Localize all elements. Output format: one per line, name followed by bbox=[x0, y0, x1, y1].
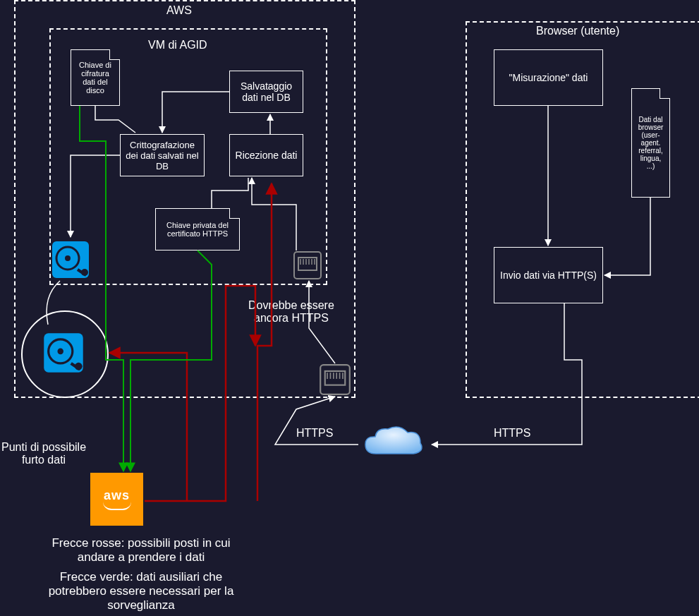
aws-smile-icon bbox=[103, 502, 131, 510]
disk-key-note: Chiave di cifratura dati del disco bbox=[71, 49, 120, 106]
encrypt-box: Crittografazione dei dati salvati nel DB bbox=[120, 134, 205, 176]
svg-point-3 bbox=[81, 269, 88, 276]
send-box: Invio dati via HTTP(S) bbox=[494, 247, 603, 303]
aws-logo: aws bbox=[90, 473, 143, 526]
svg-point-7 bbox=[75, 363, 83, 370]
browser-label: Browser (utente) bbox=[536, 25, 619, 37]
svg-point-2 bbox=[65, 255, 71, 261]
measure-box: "Misurazione" dati bbox=[494, 49, 603, 106]
ethernet-icon-vm bbox=[293, 250, 322, 280]
disk-icon bbox=[49, 238, 92, 281]
https-label-1: HTTPS bbox=[296, 427, 333, 440]
https-label-2: HTTPS bbox=[494, 427, 530, 440]
browser-data-note: Dati dal browser (user-agent. referral, … bbox=[631, 88, 670, 198]
svg-rect-9 bbox=[298, 258, 317, 270]
cloud-icon bbox=[358, 422, 429, 466]
disk-icon-theft bbox=[41, 330, 86, 375]
theft-points-label: Punti di possibile furto dati bbox=[1, 441, 86, 466]
svg-rect-17 bbox=[325, 371, 345, 385]
green-caption: Frecce verde: dati ausiliari che potrebb… bbox=[35, 570, 247, 612]
receive-box: Ricezione dati bbox=[229, 134, 303, 176]
vm-label: VM di AGID bbox=[148, 39, 207, 52]
aws-logo-text: aws bbox=[104, 488, 130, 503]
aws-label: AWS bbox=[166, 4, 192, 17]
save-box: Salvataggio dati nel DB bbox=[229, 71, 303, 113]
still-https-label: Dovrebbe essere ancora HTTPS bbox=[248, 299, 334, 325]
red-caption: Frecce rosse: possibili posti in cui and… bbox=[35, 536, 247, 564]
https-key-note: Chiave privata del certificato HTTPS bbox=[155, 208, 240, 250]
svg-point-6 bbox=[57, 349, 63, 355]
ethernet-icon-aws bbox=[319, 363, 351, 396]
